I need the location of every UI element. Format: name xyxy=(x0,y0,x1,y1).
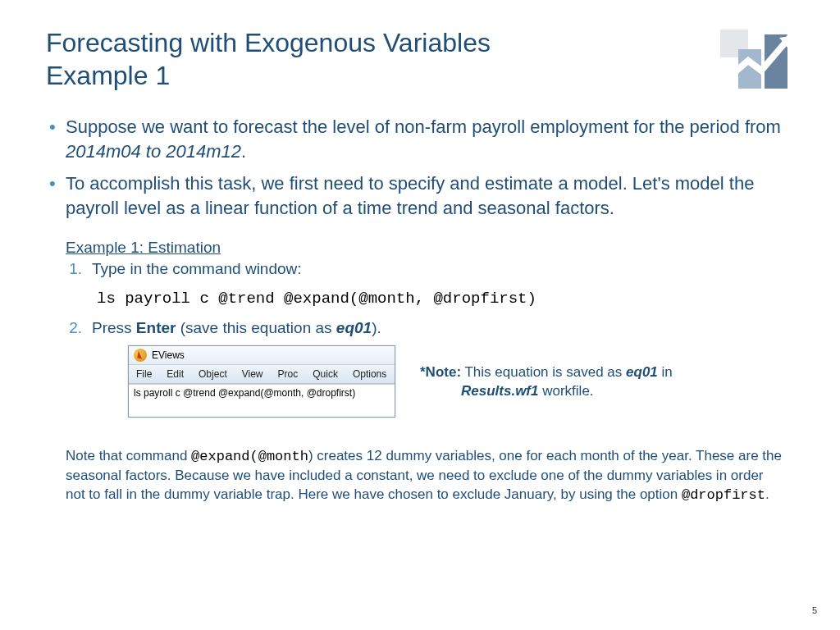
enter-key: Enter xyxy=(136,319,176,336)
title-line-2: Example 1 xyxy=(46,61,170,90)
steps-list-2: 2. Press Enter (save this equation as eq… xyxy=(46,319,794,337)
bullet-1-range: 2014m04 to 2014m12 xyxy=(66,141,241,162)
page-number: 5 xyxy=(812,605,817,615)
bullet-1: Suppose we want to forecast the level of… xyxy=(46,115,794,163)
menu-edit[interactable]: Edit xyxy=(159,367,191,381)
step-1-text: Type in the command window: xyxy=(92,260,302,278)
bullet-1-text: Suppose we want to forecast the level of… xyxy=(66,116,781,137)
header-row: Forecasting with Exogenous Variables Exa… xyxy=(46,26,794,92)
logo-chart-icon xyxy=(720,30,794,89)
title-line-1: Forecasting with Exogenous Variables xyxy=(46,28,491,57)
eviews-titlebar: EViews xyxy=(129,346,395,365)
page-title: Forecasting with Exogenous Variables Exa… xyxy=(46,26,491,92)
eviews-menubar: File Edit Object View Proc Quick Options xyxy=(129,365,395,384)
menu-options[interactable]: Options xyxy=(345,367,394,381)
note-workfile-name: Results.wf1 xyxy=(461,383,538,399)
menu-view[interactable]: View xyxy=(235,367,271,381)
footnote-code-expand: @expand(@month xyxy=(191,449,308,464)
menu-object[interactable]: Object xyxy=(191,367,235,381)
steps-list: 1. Type in the command window: xyxy=(46,260,794,278)
step-2-number: 2. xyxy=(66,319,82,337)
bullet-2: To accomplish this task, we first need t… xyxy=(46,171,794,220)
menu-proc[interactable]: Proc xyxy=(271,367,306,381)
menu-quick[interactable]: Quick xyxy=(305,367,345,381)
menu-file[interactable]: File xyxy=(129,367,159,381)
step-2: 2. Press Enter (save this equation as eq… xyxy=(66,319,794,337)
example-heading: Example 1: Estimation xyxy=(46,239,794,257)
eviews-title-text: EViews xyxy=(152,349,185,361)
step-1-number: 1. xyxy=(66,260,82,278)
note-equation-name: eq01 xyxy=(626,364,658,380)
note-label: *Note: xyxy=(420,364,461,380)
eviews-command-area[interactable]: ls payroll c @trend @expand(@month, @dro… xyxy=(129,384,395,417)
eviews-app-icon xyxy=(134,349,147,362)
note-block: *Note: This equation is saved as eq01 in… xyxy=(420,363,673,401)
command-code: ls payroll c @trend @expand(@month, @dro… xyxy=(97,290,794,308)
slide: Forecasting with Exogenous Variables Exa… xyxy=(0,0,840,505)
screenshot-and-note-row: EViews File Edit Object View Proc Quick … xyxy=(46,345,794,418)
note-line-2: Results.wf1 workfile. xyxy=(420,382,673,401)
eviews-window: EViews File Edit Object View Proc Quick … xyxy=(128,345,395,418)
step-2-text: Press Enter (save this equation as eq01)… xyxy=(92,319,381,337)
equation-name: eq01 xyxy=(336,319,372,336)
bullet-list: Suppose we want to forecast the level of… xyxy=(46,115,794,221)
footnote: Note that command @expand(@month) create… xyxy=(46,447,794,505)
footnote-code-dropfirst: @dropfirst xyxy=(682,487,765,503)
step-1: 1. Type in the command window: xyxy=(66,260,794,278)
